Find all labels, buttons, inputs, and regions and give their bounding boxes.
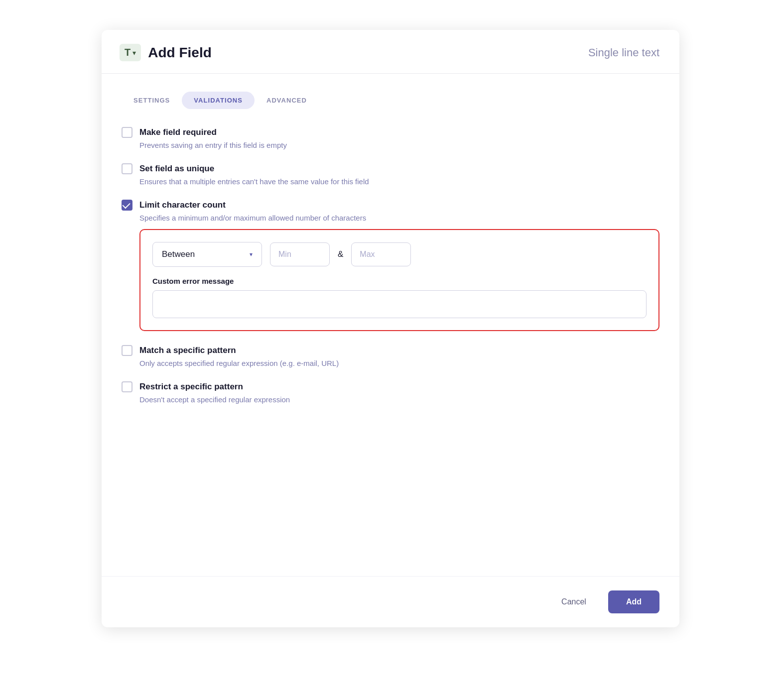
- list-item: Restrict a specific pattern Doesn't acce…: [122, 381, 659, 404]
- ampersand: &: [338, 249, 343, 259]
- field-type-badge[interactable]: T ▾: [120, 44, 141, 61]
- restrict-pattern-desc: Doesn't accept a specified regular expre…: [139, 395, 659, 404]
- charcount-expanded: Between ▾ & Custom error message: [139, 229, 659, 331]
- chevron-down-icon: ▾: [250, 251, 253, 258]
- modal-header: T ▾ Add Field Single line text: [102, 30, 679, 74]
- restrict-pattern-label: Restrict a specific pattern: [139, 382, 243, 392]
- custom-error-input[interactable]: [152, 290, 647, 318]
- charcount-desc: Specifies a minimum and/or maximum allow…: [139, 214, 659, 222]
- add-button[interactable]: Add: [608, 590, 659, 613]
- tab-settings[interactable]: SETTINGS: [122, 92, 182, 109]
- field-type-label: Single line text: [588, 46, 659, 59]
- cancel-button[interactable]: Cancel: [547, 590, 600, 613]
- unique-label: Set field as unique: [139, 164, 214, 174]
- between-row: Between ▾ &: [152, 242, 647, 267]
- header-left: T ▾ Add Field: [120, 44, 212, 61]
- charcount-checkbox[interactable]: [122, 200, 132, 211]
- list-item: Make field required Prevents saving an e…: [122, 127, 659, 149]
- list-item: Match a specific pattern Only accepts sp…: [122, 345, 659, 367]
- between-select-value: Between: [162, 249, 195, 259]
- validation-restrict-header: Restrict a specific pattern: [122, 381, 659, 392]
- validation-charcount-header: Limit character count: [122, 200, 659, 211]
- unique-checkbox[interactable]: [122, 163, 132, 174]
- chevron-down-icon: ▾: [132, 49, 136, 57]
- modal-body: SETTINGS VALIDATIONS ADVANCED Make field…: [102, 74, 679, 576]
- tabs: SETTINGS VALIDATIONS ADVANCED: [122, 92, 659, 109]
- charcount-label: Limit character count: [139, 200, 226, 210]
- list-item: Limit character count Specifies a minimu…: [122, 200, 659, 331]
- restrict-pattern-checkbox[interactable]: [122, 381, 132, 392]
- modal-title: Add Field: [148, 45, 212, 61]
- match-pattern-checkbox[interactable]: [122, 345, 132, 356]
- required-checkbox[interactable]: [122, 127, 132, 138]
- between-select[interactable]: Between ▾: [152, 242, 262, 267]
- validations-list: Make field required Prevents saving an e…: [122, 127, 659, 404]
- min-input[interactable]: [270, 242, 330, 266]
- validation-unique-header: Set field as unique: [122, 163, 659, 174]
- validation-required-header: Make field required: [122, 127, 659, 138]
- max-input[interactable]: [351, 242, 411, 266]
- validation-match-header: Match a specific pattern: [122, 345, 659, 356]
- list-item: Set field as unique Ensures that a multi…: [122, 163, 659, 186]
- match-pattern-desc: Only accepts specified regular expressio…: [139, 359, 659, 367]
- modal-footer: Cancel Add: [102, 576, 679, 627]
- tab-validations[interactable]: VALIDATIONS: [182, 92, 255, 109]
- required-label: Make field required: [139, 127, 217, 137]
- tab-advanced[interactable]: ADVANCED: [255, 92, 319, 109]
- match-pattern-label: Match a specific pattern: [139, 346, 236, 355]
- custom-error-section: Custom error message: [152, 277, 647, 318]
- custom-error-label: Custom error message: [152, 277, 647, 285]
- required-desc: Prevents saving an entry if this field i…: [139, 141, 659, 149]
- field-type-letter: T: [125, 47, 130, 58]
- modal: T ▾ Add Field Single line text SETTINGS …: [102, 30, 679, 627]
- unique-desc: Ensures that a multiple entries can't ha…: [139, 177, 659, 186]
